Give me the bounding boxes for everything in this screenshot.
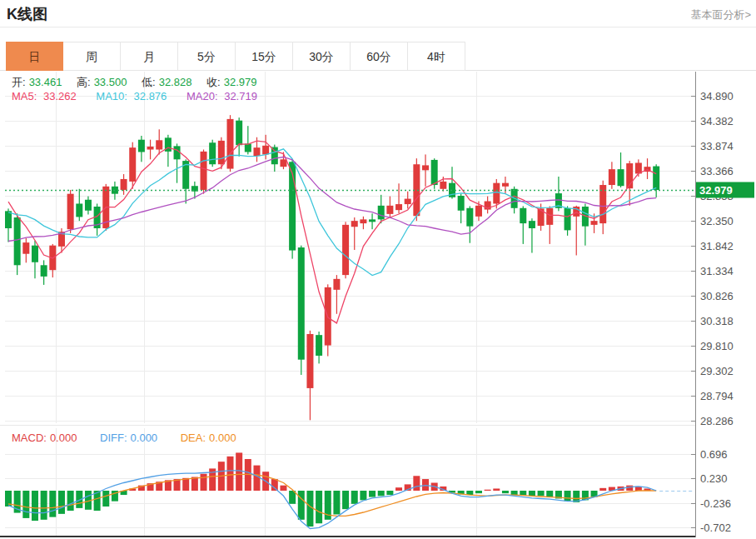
candle [209, 142, 216, 164]
svg-text:0.230: 0.230 [700, 472, 728, 485]
axis-labels: 34.89034.38233.87433.36632.85832.35031.8… [700, 90, 734, 534]
macd-bar [41, 491, 47, 520]
candle [129, 147, 136, 182]
candle [67, 194, 74, 230]
svg-text:32.979: 32.979 [699, 184, 733, 197]
svg-text:31.334: 31.334 [700, 265, 734, 277]
candle [386, 206, 393, 214]
macd-bar [386, 491, 393, 495]
candle [458, 196, 465, 211]
candle [271, 147, 278, 165]
candle [591, 221, 598, 225]
candle [298, 247, 305, 360]
candle [201, 152, 207, 190]
macd-bar [351, 491, 358, 504]
macd-bar [191, 477, 198, 491]
macd-bar [599, 488, 606, 491]
macd-bar [378, 491, 385, 496]
open-value: 33.461 [29, 76, 62, 88]
candles-group [5, 115, 659, 420]
macd-bar [306, 491, 313, 527]
gridlines [0, 72, 696, 537]
close-value: 32.979 [224, 76, 257, 88]
candle [333, 279, 340, 290]
candle [306, 334, 313, 388]
macd-bar [626, 486, 633, 491]
diff-value-legend: DIFF:0.000 [100, 432, 161, 444]
macd-bar [22, 491, 29, 518]
candle [156, 140, 162, 149]
candle [466, 208, 473, 227]
macd-bar [201, 474, 207, 491]
candle [378, 206, 385, 220]
svg-text:-0.236: -0.236 [700, 497, 731, 510]
macd-bar [493, 488, 500, 491]
candle [351, 221, 358, 227]
low-label: 低: [142, 76, 156, 88]
close-label: 收: [206, 76, 221, 88]
svg-text:-0.702: -0.702 [700, 522, 731, 534]
macd-bar [236, 452, 242, 491]
candle [546, 208, 553, 225]
svg-text:28.286: 28.286 [700, 415, 734, 427]
candle [174, 146, 181, 159]
low-value: 32.828 [159, 76, 192, 88]
candle [236, 121, 242, 146]
candle [147, 147, 154, 150]
macd-bar [102, 491, 109, 507]
candle [41, 265, 47, 277]
macd-bar [546, 491, 553, 497]
candle [609, 169, 615, 185]
candle [431, 160, 438, 185]
candle [395, 204, 402, 210]
svg-text:30.318: 30.318 [700, 315, 734, 327]
macd-bar [253, 466, 260, 491]
macd-bar [511, 491, 518, 495]
macd-bar [422, 479, 429, 491]
candle [493, 183, 500, 204]
candle [14, 217, 21, 265]
kline-widget: K线图 基本面分析> 日 周 月 5分 15分 30分 60分 4时 34.89… [0, 0, 756, 539]
macd-bar [280, 486, 286, 491]
svg-text:0.696: 0.696 [700, 448, 728, 461]
svg-text:32.350: 32.350 [700, 215, 734, 227]
candle [32, 246, 38, 262]
macd-bar [182, 478, 189, 491]
candle [121, 179, 127, 190]
candle [316, 335, 322, 356]
ma5-legend: MA5: 33.262 [12, 90, 80, 102]
svg-text:29.810: 29.810 [700, 340, 734, 352]
macd-bar [413, 476, 420, 491]
macd-legend: MACD:0.000 DIFF:0.000 DEA:0.000 [12, 432, 243, 444]
svg-text:33.874: 33.874 [700, 140, 734, 152]
macd-bar [475, 491, 482, 493]
candle [218, 141, 225, 164]
ma20-legend: MA20: 32.719 [187, 90, 261, 102]
candle [422, 165, 429, 170]
macd-bar [333, 491, 340, 514]
candle [253, 147, 260, 156]
candle [653, 167, 659, 190]
candle [245, 143, 251, 152]
candle [85, 200, 92, 211]
ma10-legend: MA10: 32.876 [96, 90, 170, 102]
svg-text:31.842: 31.842 [700, 240, 734, 252]
svg-text:34.890: 34.890 [700, 90, 734, 102]
candle [502, 183, 509, 187]
macd-bar [369, 491, 376, 497]
macd-bar [58, 491, 65, 514]
high-value: 33.500 [94, 76, 127, 88]
macd-bar [538, 491, 545, 496]
ohlc-legend: 开:33.461 高:33.500 低:32.828 收:32.979 [12, 75, 260, 90]
candle [280, 159, 286, 167]
candle [440, 182, 446, 189]
svg-text:28.794: 28.794 [700, 390, 734, 402]
open-label: 开: [12, 76, 26, 88]
candle [76, 203, 82, 217]
candle [405, 199, 411, 204]
ma-legend: MA5: 33.262 MA10: 32.876 MA20: 32.719 [12, 90, 264, 102]
high-label: 高: [77, 76, 91, 88]
candle [262, 146, 269, 155]
macd-bar [49, 491, 56, 517]
candle [360, 219, 366, 223]
